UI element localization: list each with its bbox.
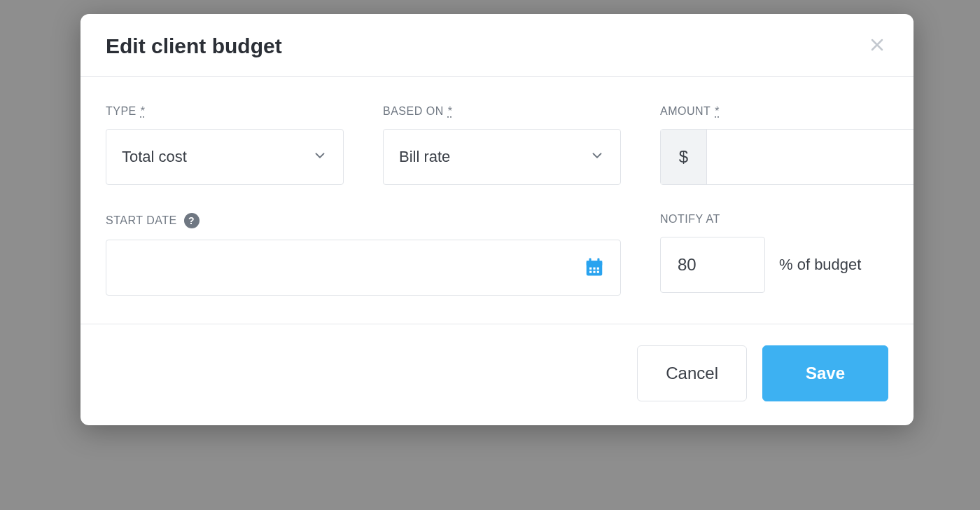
based-on-label: BASED ON * <box>383 105 621 118</box>
modal-title: Edit client budget <box>106 34 282 58</box>
modal-header: Edit client budget <box>80 14 913 77</box>
notify-row: % of budget <box>660 237 898 293</box>
svg-rect-6 <box>589 267 592 269</box>
amount-input[interactable] <box>707 130 913 184</box>
modal-body: TYPE * Total cost BASED ON * Bill rate <box>80 77 913 324</box>
based-on-select-value: Bill rate <box>399 148 450 166</box>
form-row-2: START DATE ? <box>106 213 888 296</box>
type-label: TYPE * <box>106 105 344 118</box>
svg-rect-7 <box>593 267 595 269</box>
based-on-select[interactable]: Bill rate <box>383 129 621 185</box>
start-date-field-group: START DATE ? <box>106 213 621 296</box>
based-on-label-text: BASED ON <box>383 105 444 118</box>
amount-label: AMOUNT * <box>660 105 913 118</box>
save-button[interactable]: Save <box>762 345 888 401</box>
currency-symbol: $ <box>661 130 707 184</box>
cancel-button[interactable]: Cancel <box>637 345 747 401</box>
svg-rect-4 <box>589 258 592 262</box>
notify-at-input[interactable] <box>660 237 765 293</box>
notify-suffix: % of budget <box>779 256 861 274</box>
type-label-text: TYPE <box>106 105 136 118</box>
start-date-label-text: START DATE <box>106 214 177 227</box>
amount-label-text: AMOUNT <box>660 105 710 118</box>
svg-rect-9 <box>589 270 592 273</box>
calendar-button[interactable] <box>584 256 605 280</box>
amount-field-group: AMOUNT * $ <box>660 105 913 185</box>
close-icon <box>869 36 886 55</box>
svg-rect-5 <box>597 258 599 262</box>
svg-rect-10 <box>593 270 595 273</box>
start-date-label: START DATE ? <box>106 213 621 228</box>
help-icon[interactable]: ? <box>184 213 200 228</box>
svg-rect-8 <box>597 267 599 269</box>
required-marker: * <box>715 105 720 118</box>
form-row-1: TYPE * Total cost BASED ON * Bill rate <box>106 105 888 185</box>
notify-at-field-group: NOTIFY AT % of budget <box>660 213 898 296</box>
svg-rect-3 <box>587 261 603 265</box>
close-button[interactable] <box>866 34 888 58</box>
amount-input-wrapper: $ <box>660 129 913 185</box>
type-select-value: Total cost <box>122 148 187 166</box>
modal-footer: Cancel Save <box>80 324 913 425</box>
required-marker: * <box>141 105 146 118</box>
start-date-input-wrapper <box>106 240 621 296</box>
type-field-group: TYPE * Total cost <box>106 105 344 185</box>
notify-at-label: NOTIFY AT <box>660 213 898 226</box>
edit-client-budget-modal: Edit client budget TYPE * Total cost <box>80 14 913 425</box>
svg-rect-11 <box>597 270 599 273</box>
type-select[interactable]: Total cost <box>106 129 344 185</box>
notify-at-label-text: NOTIFY AT <box>660 213 720 226</box>
chevron-down-icon <box>312 148 328 166</box>
calendar-icon <box>584 256 605 280</box>
based-on-field-group: BASED ON * Bill rate <box>383 105 621 185</box>
required-marker: * <box>448 105 453 118</box>
chevron-down-icon <box>589 148 605 166</box>
start-date-input[interactable] <box>122 259 584 277</box>
